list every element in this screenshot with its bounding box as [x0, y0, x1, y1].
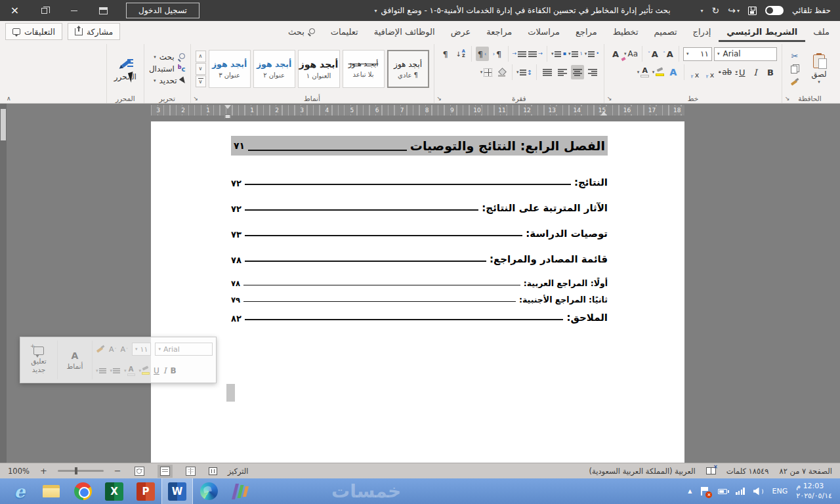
format-painter-button[interactable]	[787, 76, 803, 88]
toc-entry[interactable]: النتائج:٧٢	[231, 171, 608, 188]
vertical-scrollbar[interactable]	[0, 104, 7, 463]
autosave-toggle[interactable]	[765, 6, 784, 15]
numbering-button[interactable]: ١▾	[568, 47, 583, 61]
justify-button[interactable]	[541, 65, 554, 79]
save-icon[interactable]	[748, 7, 757, 15]
style-card-h3[interactable]: أبجد هوزعنوان ٣	[209, 50, 251, 88]
align-center-button[interactable]	[571, 65, 584, 79]
grow-font-button[interactable]: Aˆ	[662, 47, 675, 61]
style-card-nospace[interactable]: أبجـد هـوزبلا تباعد	[343, 50, 385, 88]
minibar-grow-font-button[interactable]: Aˆ	[121, 345, 129, 354]
font-dialog-launcher[interactable]: ↘	[607, 96, 612, 102]
taskbar-chrome-button[interactable]	[67, 478, 98, 504]
page-indicator[interactable]: الصفحة ٧ من ٨٢	[779, 467, 832, 476]
zoom-out-button[interactable]: −	[114, 466, 121, 476]
focus-icon[interactable]	[209, 467, 217, 475]
style-card-h2[interactable]: أبجد هوزعنوان ٢	[253, 50, 295, 88]
clipboard-dialog-launcher[interactable]: ↘	[785, 96, 790, 102]
sign-in-button[interactable]: تسجيل الدخول	[126, 3, 200, 18]
subscript-button[interactable]: x٢	[704, 65, 717, 79]
new-comment-button[interactable]: تعليق جديد	[24, 341, 54, 379]
rtl-paragraph-button[interactable]: ›¶	[476, 47, 489, 61]
style-card-h1[interactable]: أبجد هوزالعنوان ١	[298, 50, 340, 88]
cut-button[interactable]: ✂	[787, 50, 803, 62]
quick-access-caret-icon[interactable]: ▾	[700, 8, 703, 14]
zoom-in-button[interactable]: +	[40, 466, 47, 476]
taskbar-powerpoint-button[interactable]: P	[130, 478, 161, 504]
tab-2[interactable]: إدراج	[685, 21, 719, 42]
taskbar-internet-explorer-button[interactable]: e	[4, 478, 35, 504]
clear-formatting-button[interactable]: A	[609, 47, 622, 61]
change-case-button[interactable]: Aa▾	[624, 47, 638, 61]
minibar-underline-button[interactable]: U	[154, 366, 159, 375]
minimize-button[interactable]	[59, 0, 89, 21]
text-effects-button[interactable]: A	[667, 65, 680, 79]
decrease-indent-button[interactable]: →	[528, 47, 543, 61]
replace-button[interactable]: bc استبدال	[149, 64, 186, 74]
bullets-button[interactable]: •▾	[585, 47, 599, 61]
multilevel-list-button[interactable]: ▪▾	[551, 47, 566, 61]
zoom-slider-thumb[interactable]	[75, 467, 77, 474]
minibar-numbering-button[interactable]: ▾	[96, 368, 106, 373]
redo-icon[interactable]: ↻	[711, 6, 719, 15]
strikethrough-button[interactable]: ab▾	[719, 65, 732, 79]
minibar-bullets-button[interactable]: ▾	[110, 368, 121, 373]
tray-expand-icon[interactable]: ▲	[688, 488, 692, 494]
superscript-button[interactable]: x٢	[688, 65, 702, 79]
increase-indent-button[interactable]: →	[513, 47, 527, 61]
view-read-mode-button[interactable]	[183, 465, 198, 478]
tab-5[interactable]: مراجع	[568, 21, 605, 42]
word-count[interactable]: ١٨٥٤٩ كلمات	[726, 467, 769, 476]
zoom-percentage[interactable]: 100%	[8, 467, 30, 476]
styles-scroll-up-button[interactable]: ∧	[196, 51, 206, 62]
tab-7[interactable]: مراجعة	[478, 21, 520, 42]
highlight-color-button[interactable]: ▾	[652, 65, 665, 79]
toc-entry[interactable]: ثانيًا: المراجع الأجنبية:٧٩	[231, 290, 608, 304]
restore-button[interactable]	[30, 0, 59, 21]
tab-6[interactable]: مراسلات	[520, 21, 568, 42]
shading-button[interactable]	[495, 65, 508, 79]
minibar-font-name[interactable]: ▾ Arial	[155, 343, 213, 356]
toc-entry[interactable]: الملاحق:٨٢	[231, 306, 608, 324]
collapse-ribbon-icon[interactable]: ∧	[7, 95, 11, 102]
styles-more-button[interactable]: ∨	[196, 75, 206, 87]
right-indent-marker[interactable]	[600, 112, 607, 116]
paste-button[interactable]: لصق ▾	[805, 45, 833, 93]
zoom-slider[interactable]	[58, 470, 104, 472]
align-right-button[interactable]	[586, 65, 599, 79]
font-color-button[interactable]: A ▾	[637, 65, 650, 79]
taskbar-excel-button[interactable]: X	[98, 478, 130, 504]
focus-label[interactable]: التركيز	[228, 467, 249, 476]
tab-0[interactable]: ملف	[805, 21, 837, 42]
view-web-layout-button[interactable]	[132, 465, 147, 478]
taskbar-edge-button[interactable]	[193, 478, 224, 504]
close-button[interactable]: ×	[0, 0, 30, 21]
ltr-paragraph-button[interactable]: ¶‹	[491, 47, 504, 61]
language-switcher[interactable]: ENG	[772, 487, 788, 495]
minibar-styles-button[interactable]: A أنماط	[61, 341, 89, 379]
find-button[interactable]: بحث ▾	[149, 52, 186, 62]
tab-9[interactable]: الوظائف الإضافية	[366, 21, 443, 42]
font-name-combo[interactable]: ▾ Arial	[714, 47, 777, 61]
tab-11[interactable]: بحث	[280, 21, 323, 42]
comments-button[interactable]: التعليقات	[5, 23, 62, 40]
language-indicator[interactable]: العربية (المملكة العربية السعودية)	[589, 467, 696, 476]
minibar-shrink-font-button[interactable]: Aˇ	[109, 345, 117, 354]
taskbar-app-bars-button[interactable]	[224, 478, 256, 504]
styles-scroll-down-button[interactable]: ∨	[196, 63, 206, 75]
volume-icon[interactable]	[753, 488, 764, 495]
tab-8[interactable]: عرض	[443, 21, 479, 42]
battery-icon[interactable]	[718, 489, 727, 494]
undo-button[interactable]: ↪▾	[728, 6, 740, 15]
minibar-font-size[interactable]: ▾ ١١	[132, 343, 151, 356]
show-paragraph-marks-button[interactable]: ¶	[439, 47, 452, 61]
toc-entry[interactable]: أولًا: المراجع العربية:٧٨	[231, 274, 608, 288]
document-page[interactable]: الفصل الرابع: النتائج والتوصيات٧١النتائج…	[151, 121, 684, 463]
shrink-font-button[interactable]: Aˇ	[646, 47, 660, 61]
view-print-layout-button[interactable]	[158, 465, 173, 478]
minibar-font-color-button[interactable]: ▾A	[124, 366, 135, 376]
network-signal-icon[interactable]	[736, 488, 744, 495]
taskbar-word-button[interactable]: W	[161, 478, 193, 504]
line-spacing-button[interactable]: ↕▾	[516, 65, 532, 79]
tab-10[interactable]: تعليمات	[323, 21, 366, 42]
